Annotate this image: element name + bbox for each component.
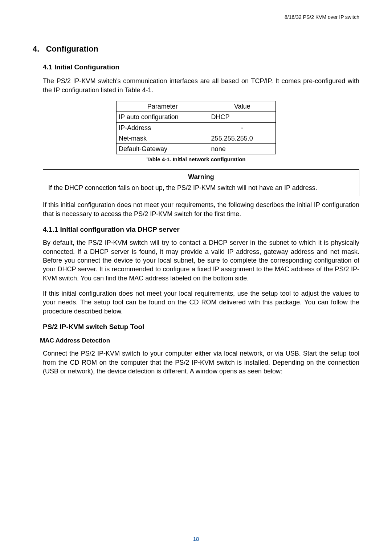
cell-value: 255.255.255.0 <box>209 133 275 143</box>
section-title: Configuration <box>46 44 98 53</box>
para-4-1-intro: The PS/2 IP-KVM switch's communication i… <box>43 77 359 94</box>
subsection-4-1-heading: 4.1 Initial Configuration <box>43 62 359 72</box>
table-header-row: Parameter Value <box>117 101 276 112</box>
cell-param: Net-mask <box>117 133 209 143</box>
th-value: Value <box>209 101 275 112</box>
para-after-warning: If this initial configuration does not m… <box>43 200 359 218</box>
table-row: Default-Gateway none <box>117 144 276 154</box>
setup-tool-heading: PS/2 IP-KVM switch Setup Tool <box>43 322 359 332</box>
warning-title: Warning <box>48 173 354 181</box>
cell-param: IP auto configuration <box>117 112 209 122</box>
cell-param: IP-Address <box>117 122 209 133</box>
th-parameter: Parameter <box>117 101 209 112</box>
table-row: Net-mask 255.255.255.0 <box>117 133 276 143</box>
para-4-1-1-a: By default, the PS/2 IP-KVM switch will … <box>43 238 359 282</box>
cell-param: Default-Gateway <box>117 144 209 154</box>
cell-value: none <box>209 144 275 154</box>
subsection-4-1-1-heading: 4.1.1 Initial configuration via DHCP ser… <box>43 225 359 234</box>
header-doc-title: 8/16/32 PS/2 KVM over IP switch <box>285 14 359 21</box>
table-4-1-caption: Table 4-1. Initial network configuration <box>33 156 359 163</box>
para-4-1-1-b: If this initial configuration does not m… <box>43 289 359 316</box>
warning-box: Warning If the DHCP connection fails on … <box>43 169 359 197</box>
table-row: IP-Address - <box>117 122 276 133</box>
warning-text: If the DHCP connection fails on boot up,… <box>48 183 354 192</box>
table-row: IP auto configuration DHCP <box>117 112 276 122</box>
table-4-1: Parameter Value IP auto configuration DH… <box>116 101 276 154</box>
section-heading: 4. Configuration <box>33 44 359 54</box>
cell-value: - <box>209 122 275 133</box>
cell-value: DHCP <box>209 112 275 122</box>
mac-detection-heading: MAC Address Detection <box>40 337 359 345</box>
para-mac-detection: Connect the PS/2 IP-KVM switch to your c… <box>43 349 359 376</box>
page-number: 18 <box>0 535 392 543</box>
section-number: 4. <box>33 44 39 53</box>
